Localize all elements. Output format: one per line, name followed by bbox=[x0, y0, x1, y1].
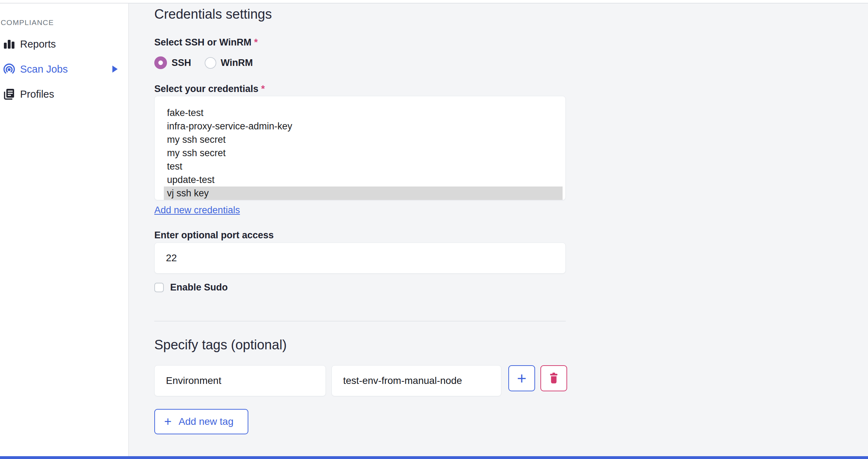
sidebar-item-label: Profiles bbox=[20, 88, 54, 100]
port-input[interactable] bbox=[154, 243, 566, 274]
sidebar-item-profiles[interactable]: Profiles bbox=[0, 86, 128, 102]
radar-icon bbox=[2, 63, 17, 75]
sidebar-item-scan-jobs[interactable]: Scan Jobs bbox=[0, 61, 128, 77]
top-border bbox=[0, 0, 868, 4]
bar-chart-icon bbox=[2, 38, 17, 50]
enable-sudo-checkbox[interactable] bbox=[154, 283, 164, 292]
enable-sudo-row: Enable Sudo bbox=[154, 282, 868, 292]
page-title: Credentials settings bbox=[154, 6, 868, 23]
plus-icon: + bbox=[164, 415, 172, 428]
add-new-credentials-link[interactable]: Add new credentials bbox=[154, 205, 240, 215]
tag-key-input[interactable] bbox=[154, 365, 326, 396]
sidebar-item-label: Scan Jobs bbox=[20, 63, 68, 75]
credential-option[interactable]: my ssh secret bbox=[164, 133, 563, 146]
ssh-radio-label[interactable]: SSH bbox=[172, 57, 191, 68]
credential-option[interactable]: fake-test bbox=[164, 106, 563, 120]
winrm-radio-label[interactable]: WinRM bbox=[221, 57, 253, 68]
credential-option[interactable]: update-test bbox=[164, 173, 563, 186]
submenu-arrow-icon bbox=[112, 66, 118, 73]
compliance-sidebar: COMPLIANCE Reports bbox=[0, 4, 129, 456]
port-field-label: Enter optional port access bbox=[154, 229, 868, 241]
app-window: COMPLIANCE Reports bbox=[0, 0, 868, 459]
credentials-listbox[interactable]: fake-test infra-proxy-service-admin-key … bbox=[154, 96, 566, 200]
tags-section-heading: Specify tags (optional) bbox=[154, 336, 868, 353]
sidebar-item-reports[interactable]: Reports bbox=[0, 36, 128, 52]
protocol-field-label: Select SSH or WinRM * bbox=[154, 37, 868, 48]
protocol-radio-group: SSH WinRM bbox=[154, 56, 868, 69]
tag-value-input[interactable] bbox=[331, 365, 501, 396]
credentials-field-label: Select your credentials * bbox=[154, 83, 868, 94]
credential-option[interactable]: test bbox=[164, 160, 563, 173]
sidebar-item-label: Reports bbox=[20, 38, 56, 50]
required-marker: * bbox=[254, 37, 258, 48]
ssh-radio[interactable] bbox=[154, 56, 167, 69]
winrm-radio[interactable] bbox=[205, 57, 216, 69]
section-divider bbox=[154, 321, 566, 322]
plus-icon: + bbox=[517, 370, 527, 386]
enable-sudo-label[interactable]: Enable Sudo bbox=[170, 282, 228, 293]
credential-option-selected[interactable]: vj ssh key bbox=[164, 186, 563, 200]
credentials-settings-panel: Credentials settings Select SSH or WinRM… bbox=[129, 4, 868, 456]
add-new-tag-button[interactable]: + Add new tag bbox=[154, 409, 248, 434]
library-icon bbox=[2, 88, 17, 100]
delete-tag-row-button[interactable] bbox=[540, 365, 567, 391]
tag-row: + bbox=[154, 365, 868, 396]
bottom-accent-bar bbox=[0, 456, 868, 459]
credential-option[interactable]: my ssh secret bbox=[164, 146, 563, 160]
credential-option[interactable]: infra-proxy-service-admin-key bbox=[164, 120, 563, 133]
trash-icon bbox=[548, 372, 560, 385]
sidebar-nav: Reports Scan Jobs bbox=[0, 36, 128, 102]
add-tag-row-button[interactable]: + bbox=[508, 365, 535, 391]
sidebar-section-label: COMPLIANCE bbox=[1, 18, 128, 27]
required-marker: * bbox=[261, 84, 265, 94]
